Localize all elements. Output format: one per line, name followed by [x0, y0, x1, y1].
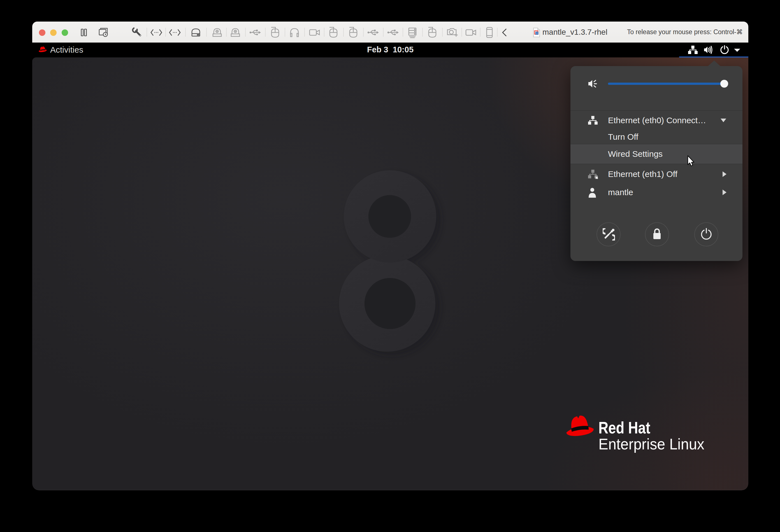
svg-text:Red Hat: Red Hat — [598, 419, 650, 437]
svg-text:Enterprise Linux: Enterprise Linux — [598, 435, 704, 453]
